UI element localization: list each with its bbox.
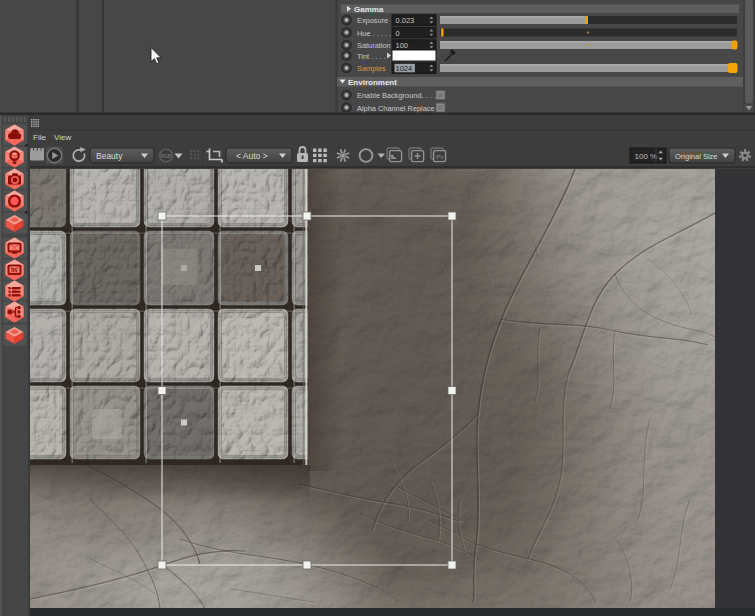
svg-text:Beauty: Beauty <box>96 151 123 161</box>
svg-text:100: 100 <box>396 41 409 50</box>
svg-text:Original Size: Original Size <box>675 152 718 161</box>
svg-text:Saturation: Saturation <box>357 41 391 50</box>
svg-text:RGB: RGB <box>161 154 171 159</box>
svg-text:View: View <box>54 133 71 142</box>
svg-text:Alpha Channel Replace: Alpha Channel Replace <box>357 104 435 113</box>
svg-text:Gamma: Gamma <box>354 5 384 14</box>
svg-text:Tint . . . .: Tint . . . . <box>357 52 385 61</box>
svg-text:Exposure: Exposure <box>357 16 388 25</box>
svg-text:0.023: 0.023 <box>396 16 415 25</box>
svg-text:PV: PV <box>436 154 444 160</box>
svg-text:0: 0 <box>396 29 400 38</box>
svg-text:100 %: 100 % <box>635 152 658 161</box>
svg-text:Enable Background. . . .: Enable Background. . . . <box>357 91 436 100</box>
svg-text:File: File <box>33 133 46 142</box>
svg-text:< Auto >: < Auto > <box>236 151 268 161</box>
svg-text:Hue . . . . .: Hue . . . . . <box>357 29 391 38</box>
svg-text:1024: 1024 <box>396 64 413 73</box>
svg-text:Environment: Environment <box>348 78 397 87</box>
svg-text:RV: RV <box>11 267 19 273</box>
svg-text:Samples: Samples <box>357 64 386 73</box>
